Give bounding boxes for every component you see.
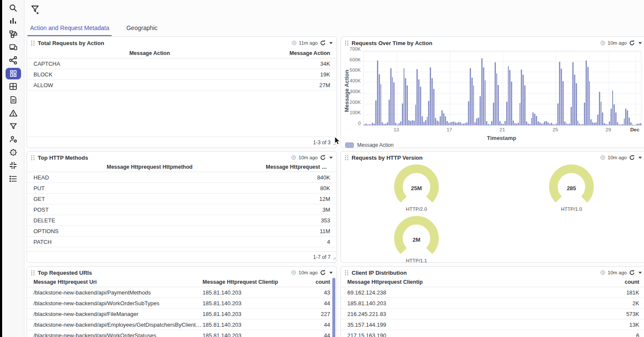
warning-triangle-icon — [9, 109, 18, 118]
chart-legend[interactable]: Message Action — [345, 142, 394, 148]
table-cell: HEAD — [33, 174, 266, 181]
bar — [402, 103, 403, 125]
document-icon — [9, 95, 18, 104]
bar — [372, 123, 373, 125]
panel-menu-caret-icon[interactable] — [638, 272, 642, 274]
drag-handle-icon[interactable] — [345, 270, 349, 276]
table-row: 35.157.144.19913K — [341, 319, 644, 330]
bar — [549, 124, 550, 125]
table-cell: 185.81.140.203 — [203, 332, 296, 337]
gauge-arc — [391, 163, 442, 204]
table-cell: /blackstone-new-backend/api/Employees/Ge… — [33, 322, 203, 328]
table-row: PATCH4 — [27, 237, 337, 247]
bar — [539, 122, 541, 125]
bar — [640, 123, 641, 125]
sidebar-item-devices[interactable] — [4, 41, 23, 54]
bar — [522, 75, 524, 125]
sidebar-item-user-settings[interactable] — [4, 133, 23, 146]
bar — [456, 123, 458, 125]
panel-title: Total Requests by Action — [38, 40, 104, 46]
table-cell: CAPTCHA — [33, 61, 266, 67]
table-cell: /blackstone-new-backend/api/WorkOrderSub… — [33, 300, 203, 307]
panel-top-http-methods: Top HTTP Methods 10m ago Message Httpreq… — [27, 151, 337, 263]
drag-handle-icon[interactable] — [345, 40, 349, 46]
sidebar-item-integrations[interactable] — [4, 159, 23, 172]
panel-menu-caret-icon[interactable] — [638, 42, 642, 44]
y-tick-label: 0 — [358, 121, 361, 126]
sidebar-item-list[interactable] — [4, 172, 23, 185]
refresh-icon[interactable] — [320, 40, 326, 46]
scrollbar-thumb[interactable] — [332, 278, 335, 337]
bar — [609, 121, 610, 125]
bar — [547, 122, 549, 125]
bar — [564, 121, 565, 125]
drag-handle-icon[interactable] — [31, 155, 35, 161]
gridline — [556, 52, 556, 125]
bar — [408, 120, 410, 125]
sidebar-item-filters[interactable] — [4, 119, 23, 133]
refresh-icon[interactable] — [320, 155, 326, 161]
updated-ago: 10m ago — [298, 270, 318, 275]
table-cell: 185.81.140.203 — [203, 300, 296, 307]
bar — [471, 78, 473, 125]
panel-resize-handle[interactable] — [332, 254, 336, 261]
panel-menu-caret-icon[interactable] — [329, 42, 333, 44]
gauge-label: HTTP/1.0 — [546, 206, 597, 212]
drag-handle-icon[interactable] — [31, 270, 35, 276]
bar — [458, 122, 459, 125]
table-cell: PATCH — [33, 239, 266, 245]
x-tick-label: 13 — [394, 127, 399, 132]
sidebar-item-dashboard[interactable] — [4, 67, 23, 80]
sidebar-item-table[interactable] — [4, 80, 23, 94]
bar — [450, 122, 451, 125]
panel-menu-caret-icon[interactable] — [329, 157, 333, 159]
gauge-value: 285 — [546, 185, 597, 191]
gauge-arc — [546, 163, 597, 204]
sidebar-item-document[interactable] — [4, 93, 23, 106]
table-row: /blackstone-new-backend/api/WorkOrderSta… — [27, 330, 337, 337]
bar — [543, 123, 544, 125]
refresh-icon[interactable] — [629, 40, 635, 46]
panel-menu-caret-icon[interactable] — [329, 272, 333, 274]
bar — [438, 121, 440, 125]
bar — [389, 100, 390, 126]
sidebar-item-help-settings[interactable]: ? — [4, 146, 23, 159]
bar — [498, 85, 499, 125]
panel-title: Top HTTP Methods — [38, 155, 88, 161]
legend-swatch — [345, 143, 354, 148]
table-header-row: Message Httprequest UriMessage Httpreque… — [27, 277, 337, 287]
bar — [367, 124, 368, 126]
svg-text:?: ? — [12, 151, 14, 155]
bar — [614, 104, 615, 125]
x-tick-label: 17 — [447, 127, 452, 132]
tab-action-and-request-metadata[interactable]: Action and Request Metadata — [30, 24, 109, 36]
bar — [460, 122, 461, 125]
table-cell: /blackstone-new-backend/api/FileManager — [33, 311, 203, 317]
sidebar-item-search[interactable] — [4, 1, 23, 15]
sidebar-item-share[interactable] — [4, 54, 23, 67]
bar — [503, 124, 504, 125]
sidebar-item-hierarchy[interactable] — [4, 27, 23, 41]
table-row: BLOCK19K — [27, 69, 337, 80]
tab-geographic[interactable]: Geographic — [126, 24, 157, 36]
column-header: Message Httprequest Clientip — [203, 279, 296, 285]
sidebar-item-visualize[interactable] — [4, 15, 23, 28]
refresh-icon[interactable] — [629, 270, 635, 276]
panel-title: Requests Over Time by Action — [352, 40, 432, 46]
gauge-value: 25M — [391, 185, 442, 191]
table-row: /blackstone-new-backend/api/Employees/Ge… — [27, 319, 337, 330]
refresh-icon[interactable] — [320, 270, 326, 276]
table-cell: DELETE — [33, 217, 266, 224]
y-tick-label: 200K — [349, 100, 361, 105]
sidebar-item-alerts[interactable] — [4, 106, 23, 120]
drag-handle-icon[interactable] — [31, 40, 35, 46]
table-cell: 573K — [575, 311, 639, 317]
bar — [493, 103, 494, 125]
active-item-highlight — [6, 68, 21, 79]
bar — [428, 101, 429, 125]
x-tick-label: 25 — [553, 127, 558, 132]
bar — [595, 122, 597, 125]
table-row: ALLOW27M — [27, 80, 337, 91]
bar — [601, 102, 602, 125]
add-filter-button[interactable] — [30, 4, 40, 17]
